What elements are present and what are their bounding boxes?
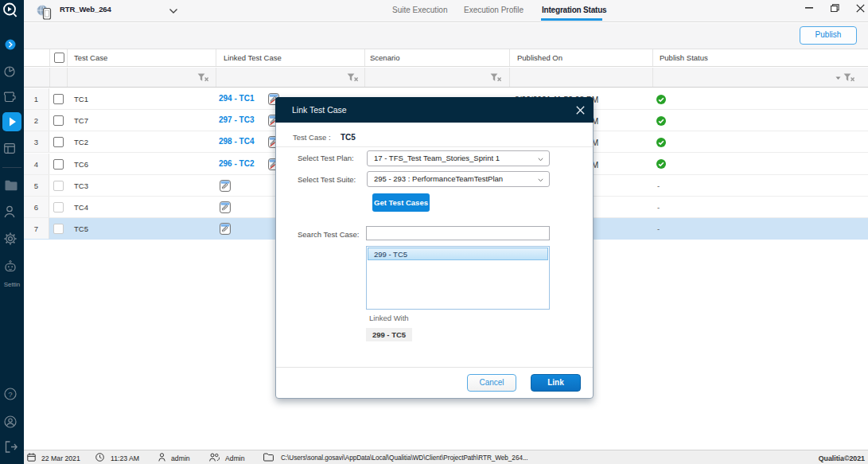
svg-text:?: ?: [8, 390, 12, 399]
